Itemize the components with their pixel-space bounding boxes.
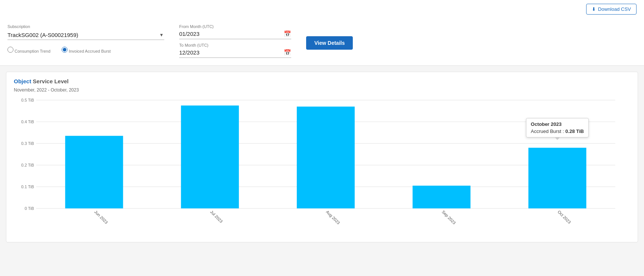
- svg-text:Oct 2023: Oct 2023: [557, 210, 572, 224]
- bar-1[interactable]: [181, 106, 239, 209]
- subscription-block: Subscription TrackSG002 (A-S00021959) Co…: [7, 24, 164, 55]
- to-month-calendar-icon[interactable]: 📅: [284, 49, 291, 56]
- invoiced-accrued-burst-radio[interactable]: [62, 47, 68, 53]
- to-month-input-row: 📅: [179, 49, 291, 58]
- svg-text:0 TiB: 0 TiB: [25, 206, 34, 211]
- invoiced-accrued-burst-label: Invoiced Accrued Burst: [69, 49, 111, 53]
- svg-text:0.2 TiB: 0.2 TiB: [21, 163, 34, 167]
- chart-date-range: November, 2022 - October, 2023: [14, 87, 630, 93]
- from-month-input[interactable]: [179, 31, 282, 37]
- bar-0[interactable]: [65, 136, 123, 208]
- chart-title-gray: Service Level: [31, 78, 69, 84]
- chart-section: Object Service Level November, 2022 - Oc…: [6, 72, 638, 242]
- subscription-label: Subscription: [7, 24, 164, 29]
- chart-title-blue: Object: [14, 78, 31, 84]
- view-details-button[interactable]: View Details: [306, 36, 353, 50]
- consumption-trend-label: Consumption Trend: [15, 49, 50, 53]
- svg-text:Aug 2023: Aug 2023: [325, 210, 341, 225]
- svg-text:Sep 2023: Sep 2023: [441, 210, 457, 225]
- svg-text:0.3 TiB: 0.3 TiB: [21, 141, 34, 146]
- to-month-label: To Month (UTC): [179, 43, 291, 47]
- svg-text:Jul 2023: Jul 2023: [209, 210, 224, 224]
- to-month-block: To Month (UTC) 📅: [179, 43, 291, 58]
- top-bar: ⬇ Download CSV: [0, 0, 644, 18]
- from-month-input-row: 📅: [179, 30, 291, 39]
- download-csv-button[interactable]: ⬇ Download CSV: [586, 4, 637, 15]
- svg-text:0.1 TiB: 0.1 TiB: [21, 184, 34, 189]
- svg-text:0.4 TiB: 0.4 TiB: [21, 120, 34, 124]
- svg-text:Jun 2023: Jun 2023: [94, 210, 109, 224]
- radio-group: Consumption Trend Invoiced Accrued Burst: [7, 47, 164, 55]
- to-month-input[interactable]: [179, 49, 282, 56]
- subscription-select-wrapper: TrackSG002 (A-S00021959): [7, 30, 164, 40]
- date-fields: From Month (UTC) 📅 To Month (UTC) 📅: [179, 24, 291, 58]
- download-csv-label: Download CSV: [598, 6, 631, 12]
- svg-text:0.5 TiB: 0.5 TiB: [21, 98, 34, 102]
- chart-title: Object Service Level: [14, 78, 630, 84]
- consumption-trend-radio[interactable]: [7, 47, 13, 53]
- from-month-block: From Month (UTC) 📅: [179, 24, 291, 39]
- download-icon: ⬇: [592, 6, 596, 12]
- consumption-trend-radio-label[interactable]: Consumption Trend: [7, 47, 50, 53]
- bar-2[interactable]: [297, 106, 355, 208]
- bar-3[interactable]: [413, 186, 470, 208]
- chart-container: 0 TiB0.1 TiB0.2 TiB0.3 TiB0.4 TiB0.5 TiB…: [14, 96, 630, 238]
- subscription-select[interactable]: TrackSG002 (A-S00021959): [7, 30, 164, 40]
- from-month-calendar-icon[interactable]: 📅: [284, 30, 291, 37]
- chart-svg: 0 TiB0.1 TiB0.2 TiB0.3 TiB0.4 TiB0.5 TiB…: [14, 96, 630, 231]
- from-month-label: From Month (UTC): [179, 24, 291, 29]
- controls-section: Subscription TrackSG002 (A-S00021959) Co…: [0, 18, 644, 66]
- chart-header: Object Service Level November, 2022 - Oc…: [14, 78, 630, 93]
- bar-4[interactable]: [528, 148, 586, 208]
- invoiced-accrued-burst-radio-label[interactable]: Invoiced Accrued Burst: [62, 47, 111, 53]
